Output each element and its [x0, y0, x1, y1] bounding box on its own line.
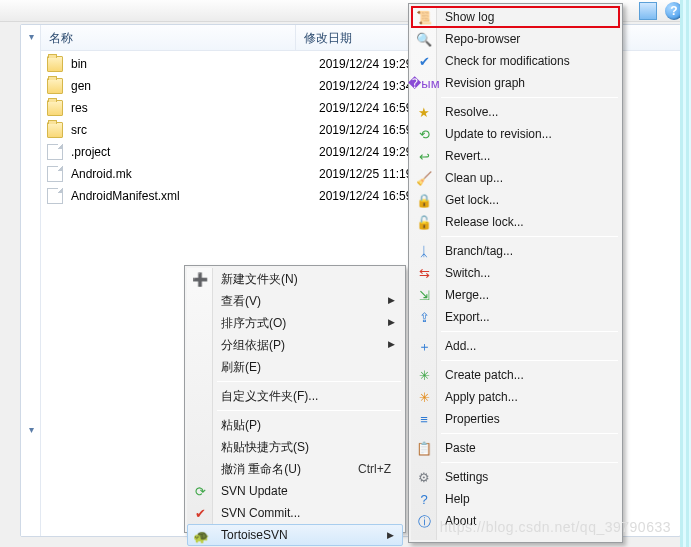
menu-item-label: SVN Update [221, 484, 288, 498]
file-name: AndroidManifest.xml [71, 189, 319, 203]
update-rev-icon: ⟲ [416, 126, 432, 142]
file-name: Android.mk [71, 167, 319, 181]
menu-item-settings[interactable]: ⚙Settings [411, 466, 620, 488]
menu-item-label: Check for modifications [445, 54, 570, 68]
file-name: bin [71, 57, 319, 71]
file-date: 2019/12/24 19:29 [319, 145, 412, 159]
submenu-arrow-icon: ▶ [388, 339, 395, 349]
menu-item-label: 排序方式(O) [221, 315, 286, 332]
lock-icon: 🔒 [416, 192, 432, 208]
tortoisesvn-submenu: 📜Show log🔍Repo-browser✔Check for modific… [408, 3, 623, 543]
file-name: gen [71, 79, 319, 93]
submenu-arrow-icon: ▶ [388, 295, 395, 305]
add-icon: ＋ [416, 338, 432, 354]
menu-item-label: 粘贴(P) [221, 417, 261, 434]
menu-item-paste[interactable]: 粘贴(P) [187, 414, 403, 436]
menu-item-branch-tag[interactable]: ᛣBranch/tag... [411, 240, 620, 262]
menu-item-label: Clean up... [445, 171, 503, 185]
menu-item-group[interactable]: 分组依据(P)▶ [187, 334, 403, 356]
apply-patch-icon: ✳ [416, 389, 432, 405]
menu-item-switch[interactable]: ⇆Switch... [411, 262, 620, 284]
folder-icon [47, 56, 63, 72]
menu-item-properties[interactable]: ≡Properties [411, 408, 620, 430]
file-icon [47, 166, 63, 182]
chevron-down-icon[interactable]: ▾ [25, 424, 37, 436]
menu-item-cleanup[interactable]: 🧹Clean up... [411, 167, 620, 189]
menu-separator [441, 462, 618, 463]
graph-icon: �ым [416, 75, 432, 91]
menu-item-label: Paste [445, 441, 476, 455]
file-name: src [71, 123, 319, 137]
menu-item-undo-rename[interactable]: 撤消 重命名(U)Ctrl+Z [187, 458, 403, 480]
view-icon [192, 293, 208, 309]
menu-item-check-mods[interactable]: ✔Check for modifications [411, 50, 620, 72]
submenu-arrow-icon: ▶ [388, 317, 395, 327]
menu-item-label: Release lock... [445, 215, 524, 229]
menu-item-export[interactable]: ⇪Export... [411, 306, 620, 328]
menu-item-help[interactable]: ?Help [411, 488, 620, 510]
menu-separator [441, 331, 618, 332]
menu-item-merge[interactable]: ⇲Merge... [411, 284, 620, 306]
new-folder-icon: ➕ [192, 271, 208, 287]
menu-item-label: Export... [445, 310, 490, 324]
refresh-icon [192, 359, 208, 375]
menu-item-customize[interactable]: 自定义文件夹(F)... [187, 385, 403, 407]
tortoise-icon: 🐢 [193, 528, 209, 544]
folder-icon [47, 78, 63, 94]
menu-item-label: Create patch... [445, 368, 524, 382]
menu-item-label: Properties [445, 412, 500, 426]
menu-item-get-lock[interactable]: 🔒Get lock... [411, 189, 620, 211]
menu-item-add[interactable]: ＋Add... [411, 335, 620, 357]
repo-icon: 🔍 [416, 31, 432, 47]
nav-collapse-strip[interactable]: ▾ ▾ [21, 25, 41, 536]
file-name: res [71, 101, 319, 115]
patch-icon: ✳ [416, 367, 432, 383]
branch-icon: ᛣ [416, 243, 432, 259]
column-header-name[interactable]: 名称 [41, 25, 296, 50]
menu-item-create-patch[interactable]: ✳Create patch... [411, 364, 620, 386]
menu-item-sort[interactable]: 排序方式(O)▶ [187, 312, 403, 334]
menu-item-apply-patch[interactable]: ✳Apply patch... [411, 386, 620, 408]
menu-item-release-lock[interactable]: 🔓Release lock... [411, 211, 620, 233]
menu-separator [217, 410, 401, 411]
submenu-arrow-icon: ▶ [387, 530, 394, 540]
menu-item-label: Update to revision... [445, 127, 552, 141]
menu-separator [217, 381, 401, 382]
file-date: 2019/12/24 19:34 [319, 79, 412, 93]
check-icon: ✔ [416, 53, 432, 69]
menu-item-svn-update[interactable]: ⟳SVN Update [187, 480, 403, 502]
menu-item-label: Settings [445, 470, 488, 484]
chevron-up-icon[interactable]: ▾ [25, 31, 37, 43]
menu-item-new-folder[interactable]: ➕新建文件夹(N) [187, 268, 403, 290]
menu-item-resolve[interactable]: ★Resolve... [411, 101, 620, 123]
menu-item-update-rev[interactable]: ⟲Update to revision... [411, 123, 620, 145]
menu-item-revert[interactable]: ↩Revert... [411, 145, 620, 167]
menu-item-repo-browser[interactable]: 🔍Repo-browser [411, 28, 620, 50]
menu-item-label: Repo-browser [445, 32, 520, 46]
menu-item-label: Apply patch... [445, 390, 518, 404]
menu-item-label: 查看(V) [221, 293, 261, 310]
menu-item-label: Resolve... [445, 105, 498, 119]
sort-icon [192, 315, 208, 331]
menu-item-label: Merge... [445, 288, 489, 302]
folder-icon [47, 100, 63, 116]
menu-item-rev-graph[interactable]: �ымRevision graph [411, 72, 620, 94]
menu-shortcut: Ctrl+Z [358, 462, 391, 476]
unlock-icon: 🔓 [416, 214, 432, 230]
menu-item-view[interactable]: 查看(V)▶ [187, 290, 403, 312]
menu-item-refresh[interactable]: 刷新(E) [187, 356, 403, 378]
paste-icon: 📋 [416, 440, 432, 456]
menu-item-paste[interactable]: 📋Paste [411, 437, 620, 459]
paste-link-icon [192, 439, 208, 455]
menu-item-paste-shortcut[interactable]: 粘贴快捷方式(S) [187, 436, 403, 458]
menu-item-label: Show log [445, 10, 494, 24]
menu-item-show-log[interactable]: 📜Show log [411, 6, 620, 28]
settings-icon: ⚙ [416, 469, 432, 485]
menu-item-label: 刷新(E) [221, 359, 261, 376]
help-icon: ? [416, 491, 432, 507]
export-icon: ⇪ [416, 309, 432, 325]
watermark-text: https://blog.csdn.net/qq_39790633 [440, 519, 671, 535]
preview-pane-icon[interactable] [639, 2, 657, 20]
menu-item-svn-commit[interactable]: ✔SVN Commit... [187, 502, 403, 524]
menu-item-tortoisesvn[interactable]: 🐢TortoiseSVN▶ [187, 524, 403, 546]
